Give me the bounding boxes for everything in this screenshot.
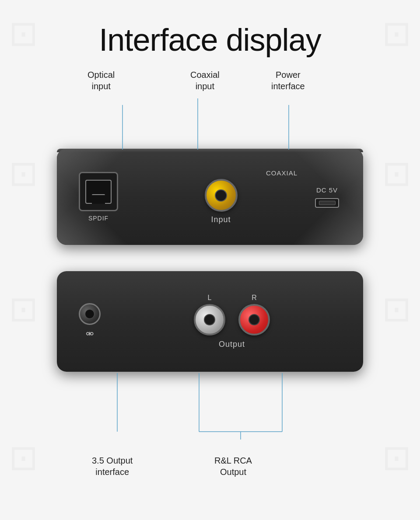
rca-white-port: [194, 304, 225, 335]
watermark-6: ⊡: [382, 289, 411, 329]
headphone-section: ⚮: [79, 303, 101, 340]
micro-usb-inner: [319, 201, 336, 205]
label-35-output: 3.5 Output interface: [92, 455, 133, 478]
rca-red-inner: [248, 314, 260, 325]
bottom-device: ⚮ L R: [57, 271, 363, 372]
page-title-area: Interface display: [0, 9, 420, 58]
label-rl-rca-output: R&L RCA Output: [214, 455, 252, 478]
rca-white-inner: [204, 314, 215, 325]
headphone-icon: ⚮: [86, 328, 94, 340]
output-label: Output: [219, 340, 245, 349]
coaxial-input-label: Coaxial input: [190, 69, 220, 92]
top-device-body: SPDIF COAXIAL Input DC 5V: [57, 149, 363, 245]
dc5v-label: DC 5V: [316, 186, 338, 194]
coaxial-rca-inner: [215, 189, 227, 202]
power-section: DC 5V: [315, 186, 339, 208]
watermark-8: ⊡: [382, 437, 411, 478]
coaxial-top-label: COAXIAL: [266, 169, 298, 177]
spdif-label: SPDIF: [88, 215, 108, 222]
rca-l-port: L: [194, 294, 225, 335]
rca-ports-row: L R: [194, 294, 270, 335]
optical-port: SPDIF: [79, 172, 118, 222]
rca-red-port: [238, 304, 270, 335]
rca-r-port: R: [238, 294, 270, 335]
spdif-box: [79, 172, 118, 211]
rca-r-letter: R: [252, 294, 257, 302]
watermark-3: ⊡: [9, 153, 38, 194]
top-device-content: SPDIF COAXIAL Input DC 5V: [57, 149, 363, 245]
micro-usb-port: [315, 198, 339, 208]
bottom-device-content: ⚮ L R: [57, 271, 363, 372]
top-device: SPDIF COAXIAL Input DC 5V: [57, 149, 363, 245]
optical-input-label: Optical input: [88, 69, 115, 92]
watermark-4: ⊡: [382, 153, 411, 194]
bottom-device-body: ⚮ L R: [57, 271, 363, 372]
coaxial-rca-port: [205, 179, 238, 212]
headphone-inner: [85, 309, 94, 319]
input-label: Input: [211, 215, 231, 224]
page-title: Interface display: [0, 9, 420, 58]
watermark-5: ⊡: [9, 289, 38, 329]
watermark-7: ⊡: [9, 437, 38, 478]
power-interface-label: Power interface: [271, 69, 305, 92]
headphone-port: [79, 303, 101, 325]
coaxial-section: COAXIAL Input: [140, 169, 302, 224]
rca-l-letter: L: [208, 294, 212, 302]
main-container: ⊡ ⊡ ⊡ ⊡ ⊡ ⊡ ⊡ ⊡ Interface display Optica…: [0, 0, 420, 520]
rca-lr-section: L R Output: [118, 294, 346, 349]
spdif-inner: [85, 180, 112, 204]
